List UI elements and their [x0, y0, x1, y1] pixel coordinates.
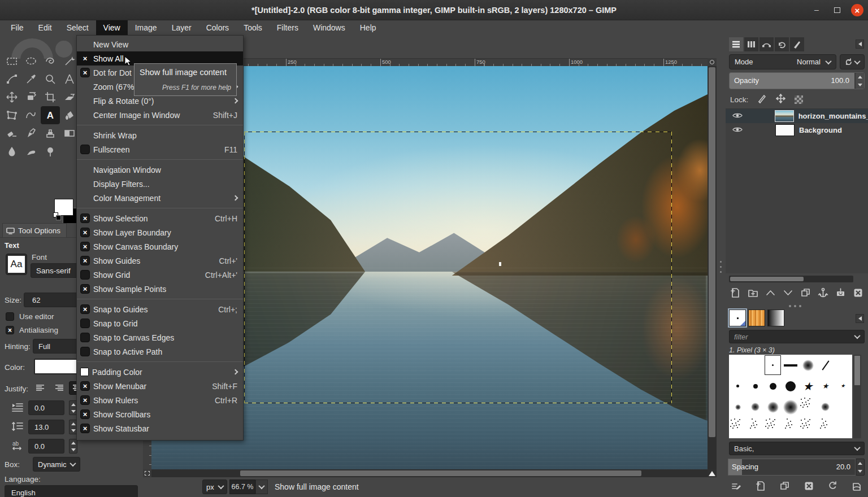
brush-filter-input[interactable]: filter: [729, 330, 865, 343]
eraser-tool[interactable]: [2, 124, 21, 142]
layers-tab[interactable]: [729, 37, 743, 51]
rectangle-select-tool[interactable]: [2, 52, 21, 70]
delete-brush-button[interactable]: [804, 481, 814, 493]
ink-tool[interactable]: [21, 124, 41, 142]
menu-item-show-selection[interactable]: ×Show SelectionCtrl+H: [77, 211, 243, 225]
brush-soft-m[interactable]: [817, 396, 834, 417]
language-input[interactable]: English: [5, 485, 138, 497]
brush-soft-l[interactable]: [764, 396, 782, 417]
brush-soft-m[interactable]: [747, 396, 764, 417]
brush-soft-xl[interactable]: [782, 396, 799, 417]
paths-tool[interactable]: [2, 70, 21, 88]
menu-item-snap-to-grid[interactable]: Snap to Grid: [77, 316, 243, 330]
free-select-tool[interactable]: [41, 52, 60, 70]
brush-slash[interactable]: [817, 355, 834, 376]
color-picker-tool[interactable]: [21, 70, 41, 88]
brush-spray-a[interactable]: [764, 417, 782, 438]
layer-thumbnail[interactable]: [775, 110, 794, 122]
letter-spacing-spinner[interactable]: [69, 439, 77, 454]
menu-windows[interactable]: Windows: [306, 20, 353, 35]
handle-transform-tool[interactable]: [2, 106, 21, 124]
brush-spray-a[interactable]: [729, 417, 747, 438]
font-select[interactable]: Sans-serif: [31, 263, 80, 278]
brush-dot-l[interactable]: [764, 376, 782, 396]
brushes-tab[interactable]: [790, 37, 804, 51]
ellipse-select-tool[interactable]: [21, 52, 41, 70]
refresh-brushes-button[interactable]: [827, 481, 838, 493]
text-tool[interactable]: A: [41, 106, 60, 124]
new-layer-button[interactable]: [730, 287, 741, 300]
menu-help[interactable]: Help: [353, 20, 384, 35]
layers-scrollbar[interactable]: [729, 276, 853, 282]
menu-item-show-guides[interactable]: ×Show GuidesCtrl+': [77, 254, 243, 268]
box-select[interactable]: Dynamic: [33, 457, 80, 472]
hinting-select[interactable]: Full: [33, 339, 78, 354]
zoom-tool[interactable]: [41, 70, 60, 88]
delete-layer-button[interactable]: [853, 287, 863, 300]
zoom-when-resized-button[interactable]: [708, 58, 717, 66]
edit-brush-button[interactable]: [731, 481, 742, 493]
quick-mask-button[interactable]: [143, 469, 151, 477]
layer-thumbnail[interactable]: [775, 124, 795, 136]
font-picker-button[interactable]: Aa: [6, 254, 27, 275]
menu-item-center-image-in-window[interactable]: Center Image in WindowShift+J: [77, 108, 243, 122]
alpha-lock-icon[interactable]: [795, 95, 803, 104]
text-color-swatch[interactable]: [34, 359, 79, 374]
duplicate-brush-button[interactable]: [779, 481, 790, 493]
brush-spray-a[interactable]: [799, 417, 817, 438]
zoom-input[interactable]: 66.7 %: [229, 479, 255, 494]
layer-name[interactable]: Background: [799, 126, 842, 134]
brush-grid-scrollbar[interactable]: [853, 355, 861, 438]
new-layer-group-button[interactable]: [748, 287, 758, 300]
menu-tools[interactable]: Tools: [236, 20, 270, 35]
patterns-tab[interactable]: [748, 309, 765, 326]
zoom-dropdown-button[interactable]: [255, 479, 268, 494]
layer-name[interactable]: horizon_mountains_r: [798, 112, 868, 120]
brush-blank[interactable]: [834, 396, 852, 417]
brush-spray-b[interactable]: [782, 417, 799, 438]
menu-item-show-layer-boundary[interactable]: ×Show Layer Boundary: [77, 225, 243, 239]
indent-input[interactable]: 0.0: [28, 400, 64, 415]
close-button[interactable]: ×: [851, 4, 863, 16]
brush-star-t[interactable]: ★: [834, 376, 852, 396]
channels-tab[interactable]: [744, 37, 758, 51]
menu-item-snap-to-active-path[interactable]: Snap to Active Path: [77, 345, 243, 359]
blur-tool[interactable]: [2, 142, 21, 160]
default-colors-icon[interactable]: [53, 212, 61, 220]
menu-layer[interactable]: Layer: [164, 20, 199, 35]
layer-row-horizon-mountains-r[interactable]: horizon_mountains_r: [726, 109, 868, 123]
letter-spacing-input[interactable]: 0.0: [28, 439, 64, 454]
menu-colors[interactable]: Colors: [199, 20, 236, 35]
brush-dock-menu-button[interactable]: [856, 314, 864, 323]
brush-spray-b[interactable]: [747, 417, 764, 438]
raise-layer-button[interactable]: [765, 287, 776, 300]
size-input[interactable]: 62: [24, 293, 78, 307]
canvas-horizontal-scrollbar[interactable]: [151, 469, 708, 477]
smudge-tool[interactable]: [21, 142, 41, 160]
menu-item-navigation-window[interactable]: Navigation Window: [77, 163, 243, 177]
navigation-preview-button[interactable]: [708, 469, 717, 477]
new-brush-button[interactable]: [756, 481, 766, 493]
antialiasing-checkbox[interactable]: × Antialiasing: [6, 326, 58, 334]
brush-dash[interactable]: [782, 355, 799, 376]
dodge-burn-tool[interactable]: [41, 142, 60, 160]
menu-item-shrink-wrap[interactable]: Shrink Wrap: [77, 128, 243, 142]
brush-group-select[interactable]: Basic,: [729, 442, 865, 455]
brush-pixel-selected[interactable]: [764, 355, 782, 376]
brush-spray-b[interactable]: [817, 417, 834, 438]
undo-history-tab[interactable]: [775, 37, 789, 51]
brush-blank[interactable]: [834, 417, 852, 438]
anchor-layer-button[interactable]: [818, 287, 828, 300]
spacing-slider[interactable]: Spacing 20.0: [728, 459, 856, 476]
opacity-spinner[interactable]: [856, 73, 864, 89]
minimize-button[interactable]: –: [810, 4, 823, 16]
line-spacing-input[interactable]: 13.0: [28, 420, 64, 434]
brush-soft-l[interactable]: [799, 355, 817, 376]
move-tool[interactable]: [2, 88, 21, 106]
spacing-spinner[interactable]: [856, 459, 865, 476]
brush-blank[interactable]: [834, 355, 852, 376]
menu-item-color-management[interactable]: Color Management: [77, 191, 243, 205]
brush-star-s[interactable]: ★: [817, 376, 834, 396]
menu-item-snap-to-guides[interactable]: ×Snap to GuidesCtrl+;: [77, 302, 243, 316]
menu-image[interactable]: Image: [128, 20, 164, 35]
